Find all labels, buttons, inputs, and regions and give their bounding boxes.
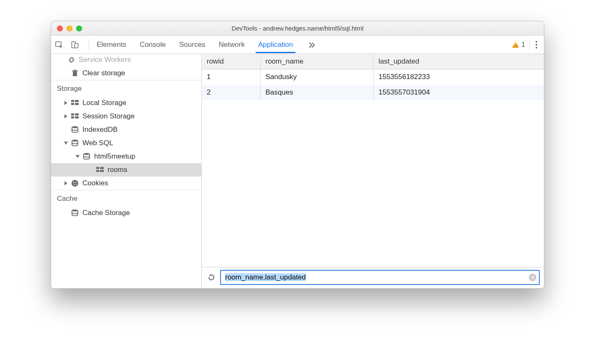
- toolbar-separator: [89, 39, 89, 50]
- database-icon: [71, 139, 79, 147]
- svg-rect-11: [75, 103, 79, 105]
- column-header[interactable]: last_updated: [373, 54, 544, 69]
- sidebar-item-clear-storage[interactable]: Clear storage: [51, 67, 201, 80]
- column-header[interactable]: rowid: [202, 54, 260, 69]
- close-window-button[interactable]: [57, 26, 63, 31]
- zoom-window-button[interactable]: [76, 26, 82, 31]
- svg-rect-15: [75, 116, 79, 118]
- titlebar: DevTools - andrew.hedges.name/html5/sql.…: [51, 21, 544, 36]
- sidebar-item-websql[interactable]: Web SQL: [51, 136, 201, 150]
- database-icon: [71, 209, 79, 217]
- svg-rect-21: [96, 170, 99, 172]
- cell-rowid: 1: [202, 69, 260, 85]
- devtools-toolbar: Elements Console Sources Network Applica…: [51, 36, 544, 54]
- more-tabs-icon[interactable]: [307, 40, 316, 49]
- clear-input-icon[interactable]: ✕: [529, 274, 536, 281]
- database-icon: [82, 152, 91, 161]
- panel-tabs: Elements Console Sources Network Applica…: [94, 36, 512, 53]
- data-table: rowid room_name last_updated 1 Sandusky …: [202, 54, 544, 267]
- svg-rect-13: [75, 113, 79, 115]
- svg-point-18: [84, 153, 90, 155]
- application-sidebar: Service Workers Clear storage Storage Lo…: [51, 54, 202, 288]
- svg-rect-10: [71, 103, 74, 105]
- panel-body: Service Workers Clear storage Storage Lo…: [51, 54, 544, 288]
- cell-room-name: Sandusky: [260, 69, 373, 85]
- svg-rect-22: [100, 170, 104, 172]
- sidebar-item-database[interactable]: html5meetup: [51, 150, 201, 163]
- sidebar-section-storage: Storage: [51, 80, 201, 96]
- sidebar-item-indexeddb[interactable]: IndexedDB: [51, 123, 201, 136]
- main-panel: rowid room_name last_updated 1 Sandusky …: [202, 54, 544, 288]
- tab-console[interactable]: Console: [139, 36, 167, 53]
- sidebar-item-label: Cache Storage: [82, 209, 130, 217]
- tab-sources[interactable]: Sources: [178, 36, 206, 53]
- tab-elements[interactable]: Elements: [96, 36, 127, 53]
- svg-rect-14: [71, 116, 74, 118]
- devtools-window: DevTools - andrew.hedges.name/html5/sql.…: [51, 21, 544, 289]
- table-row[interactable]: 1 Sandusky 1553556182233: [202, 69, 544, 85]
- sidebar-item-label: Cookies: [82, 179, 108, 187]
- storage-grid-icon: [71, 99, 79, 107]
- query-input[interactable]: room_name,last_updated: [224, 272, 529, 283]
- cell-room-name: Basques: [260, 85, 373, 100]
- svg-rect-2: [75, 43, 78, 48]
- sidebar-item-cache-storage[interactable]: Cache Storage: [51, 206, 201, 220]
- sidebar-item-label: IndexedDB: [82, 126, 118, 134]
- window-controls: [51, 26, 82, 31]
- settings-menu-icon[interactable]: [534, 39, 539, 50]
- svg-point-28: [72, 209, 78, 211]
- svg-rect-8: [71, 100, 74, 102]
- column-header[interactable]: room_name: [260, 54, 373, 69]
- sidebar-section-cache: Cache: [51, 190, 201, 206]
- cell-last-updated: 1553556182233: [373, 69, 544, 85]
- device-toolbar-icon[interactable]: [70, 40, 80, 49]
- warning-icon: [512, 42, 519, 48]
- warnings-indicator[interactable]: 1: [512, 41, 525, 49]
- gear-icon: [68, 56, 75, 64]
- svg-rect-19: [96, 167, 99, 169]
- svg-point-27: [76, 184, 77, 185]
- sidebar-item-local-storage[interactable]: Local Storage: [51, 96, 201, 110]
- svg-point-24: [73, 182, 74, 183]
- toolbar-separator: [529, 40, 530, 50]
- tab-network[interactable]: Network: [218, 36, 246, 53]
- warning-count: 1: [521, 41, 525, 49]
- database-icon: [71, 126, 79, 134]
- table-header-row: rowid room_name last_updated: [202, 54, 544, 69]
- svg-rect-20: [100, 167, 104, 169]
- minimize-window-button[interactable]: [67, 26, 72, 31]
- svg-rect-5: [73, 72, 77, 76]
- cell-rowid: 2: [202, 85, 260, 100]
- sidebar-item-cookies[interactable]: Cookies: [51, 177, 201, 190]
- svg-point-16: [72, 126, 78, 128]
- sidebar-item-label: Clear storage: [82, 69, 125, 77]
- sidebar-item-label: rooms: [108, 166, 127, 174]
- storage-grid-icon: [96, 166, 104, 174]
- trash-icon: [71, 69, 79, 77]
- sidebar-item-table-rooms[interactable]: rooms: [51, 163, 201, 177]
- cookie-icon: [71, 179, 79, 187]
- inspect-element-icon[interactable]: [54, 40, 64, 49]
- sidebar-item-label: Session Storage: [82, 112, 135, 120]
- window-title: DevTools - andrew.hedges.name/html5/sql.…: [51, 25, 544, 32]
- svg-rect-12: [71, 113, 74, 115]
- svg-point-4: [70, 59, 72, 61]
- svg-point-17: [72, 139, 78, 141]
- sidebar-item-service-workers[interactable]: Service Workers: [51, 54, 201, 67]
- svg-rect-7: [74, 70, 76, 71]
- svg-point-25: [75, 182, 76, 182]
- cell-last-updated: 1553557031904: [373, 85, 544, 100]
- tab-application[interactable]: Application: [257, 36, 294, 53]
- sidebar-item-label: Web SQL: [82, 139, 113, 147]
- table-row[interactable]: 2 Basques 1553557031904: [202, 85, 544, 100]
- query-bar: room_name,last_updated ✕: [202, 267, 544, 288]
- refresh-icon[interactable]: [207, 273, 216, 282]
- svg-point-26: [74, 184, 75, 185]
- sidebar-item-label: Local Storage: [82, 99, 126, 107]
- sidebar-item-label: html5meetup: [94, 152, 135, 161]
- sidebar-item-session-storage[interactable]: Session Storage: [51, 110, 201, 123]
- svg-rect-9: [75, 100, 79, 102]
- svg-point-23: [72, 180, 78, 187]
- storage-grid-icon: [71, 112, 79, 120]
- sidebar-item-label: Service Workers: [79, 56, 131, 64]
